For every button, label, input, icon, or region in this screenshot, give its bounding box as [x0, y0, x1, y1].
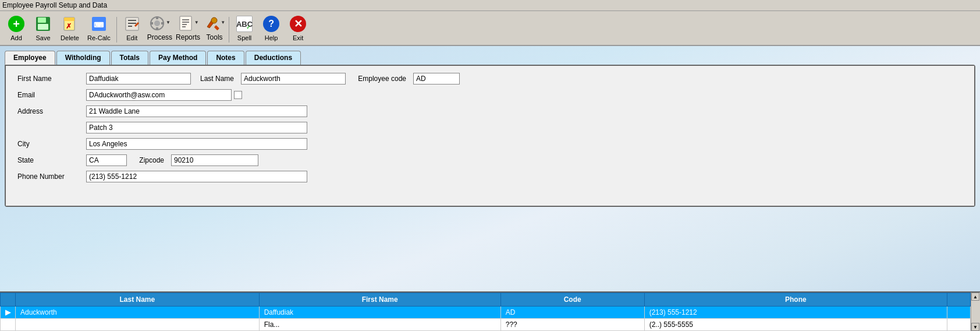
add-button[interactable]: + Add — [3, 13, 29, 43]
tab-bar: Employee Witholding Totals Pay Method No… — [5, 51, 975, 65]
add-label: Add — [10, 34, 22, 41]
scrollbar[interactable]: ▲ ▼ — [971, 293, 980, 331]
table-row[interactable]: Fla... ??? (2..) 555-5555 — [1, 319, 971, 331]
scroll-down-arrow[interactable]: ▼ — [971, 323, 979, 331]
first-name-label: First Name — [17, 75, 81, 83]
last-name-label: Last Name — [196, 75, 236, 83]
row-phone-0: (213) 555-1212 — [644, 307, 947, 319]
address-line1-input[interactable] — [86, 105, 307, 117]
phone-input[interactable] — [86, 171, 307, 182]
tools-label: Tools — [207, 33, 223, 41]
address-line2-input[interactable] — [86, 122, 307, 133]
add-icon: + — [7, 15, 26, 33]
table-header-code: Code — [500, 293, 644, 307]
svg-rect-2 — [38, 24, 48, 30]
reports-label: Reports — [176, 33, 200, 41]
tab-pay-method[interactable]: Pay Method — [150, 51, 206, 65]
table-header-firstname: First Name — [259, 293, 500, 307]
help-icon: ? — [262, 15, 280, 33]
employee-code-label: Employee code — [350, 75, 409, 83]
svg-text:⌨: ⌨ — [94, 21, 104, 29]
row-firstname-1: Fla... — [259, 319, 500, 331]
svg-point-24 — [211, 17, 217, 23]
employee-table: Last Name First Name Code Phone ▶ — [0, 293, 971, 331]
row-arrow-selected: ▶ — [1, 307, 16, 319]
svg-rect-1 — [38, 17, 46, 23]
row-arrow-1 — [1, 319, 16, 331]
address-label: Address — [17, 107, 81, 115]
table-row[interactable]: ▶ Aduckworth Daffudiak AD (213) 555-1212 — [1, 307, 971, 319]
svg-rect-17 — [150, 22, 153, 24]
svg-rect-25 — [214, 25, 219, 30]
save-button[interactable]: Save — [30, 13, 56, 43]
tab-witholding[interactable]: Witholding — [56, 51, 110, 65]
tab-notes[interactable]: Notes — [207, 51, 244, 65]
row-code-0: AD — [500, 307, 644, 319]
table-header-arrow — [1, 293, 16, 307]
zipcode-input[interactable] — [171, 154, 258, 166]
row-lastname-1 — [16, 319, 260, 331]
spell-button[interactable]: ABC ✓ Spell — [232, 13, 257, 43]
process-icon — [149, 15, 165, 33]
city-label: City — [17, 140, 81, 148]
help-label: Help — [265, 34, 278, 41]
edit-button[interactable]: Edit — [119, 13, 145, 43]
svg-rect-15 — [156, 16, 158, 19]
spell-icon: ABC ✓ — [235, 15, 254, 33]
title-bar: Employee Payroll Setup and Data — [0, 0, 980, 11]
delete-label: Delete — [61, 34, 79, 41]
save-icon — [34, 15, 52, 33]
process-label: Process — [147, 33, 172, 41]
edit-icon — [123, 15, 141, 33]
tab-employee[interactable]: Employee — [5, 51, 55, 65]
exit-label: Exit — [293, 34, 303, 41]
recalc-icon: ⌨ — [90, 15, 108, 33]
tools-button[interactable]: ▼ Tools — [203, 14, 226, 43]
save-label: Save — [35, 34, 50, 41]
last-name-input[interactable] — [241, 73, 346, 84]
tab-totals[interactable]: Totals — [111, 51, 148, 65]
table-header-phone: Phone — [644, 293, 947, 307]
table-header-extra — [947, 293, 971, 307]
email-label: Email — [17, 91, 81, 99]
exit-icon: ✕ — [289, 15, 307, 33]
svg-text:✗: ✗ — [66, 22, 72, 30]
tools-icon — [204, 15, 220, 33]
row-lastname-0: Aduckworth — [16, 307, 260, 319]
reports-icon — [177, 15, 194, 33]
scroll-up-arrow[interactable]: ▲ — [971, 293, 979, 301]
state-input[interactable] — [86, 154, 127, 166]
recalc-button[interactable]: ⌨ Re-Calc — [84, 13, 114, 43]
svg-rect-19 — [180, 16, 191, 30]
svg-rect-16 — [156, 27, 158, 30]
reports-button[interactable]: ▼ Reports — [175, 14, 201, 43]
email-checkbox[interactable] — [234, 91, 242, 99]
city-input[interactable] — [86, 138, 307, 150]
row-firstname-0: Daffudiak — [259, 307, 500, 319]
exit-button[interactable]: ✕ Exit — [285, 13, 311, 43]
table-header-lastname: Last Name — [16, 293, 260, 307]
row-extra-0 — [947, 307, 971, 319]
row-phone-1: (2..) 555-5555 — [644, 319, 947, 331]
first-name-input[interactable] — [86, 73, 191, 84]
row-code-1: ??? — [500, 319, 644, 331]
toolbar: + Add Save ✗ Delete ⌨ — [0, 11, 980, 46]
delete-icon: ✗ — [61, 15, 79, 33]
state-label: State — [17, 156, 81, 164]
employee-code-input[interactable] — [413, 73, 460, 84]
phone-label: Phone Number — [17, 172, 81, 181]
zipcode-label: Zipcode — [132, 156, 166, 164]
spell-label: Spell — [237, 34, 251, 41]
process-button[interactable]: ▼ Process — [146, 14, 173, 43]
svg-rect-4 — [64, 17, 74, 21]
edit-label: Edit — [126, 34, 137, 41]
svg-rect-18 — [161, 22, 164, 24]
svg-point-14 — [154, 20, 160, 26]
tab-deductions[interactable]: Deductions — [246, 51, 301, 65]
tab-content: First Name Last Name Employee code Email… — [5, 65, 975, 207]
recalc-label: Re-Calc — [87, 34, 111, 41]
help-button[interactable]: ? Help — [258, 13, 284, 43]
row-extra-1 — [947, 319, 971, 331]
email-input[interactable] — [86, 89, 232, 101]
delete-button[interactable]: ✗ Delete — [57, 13, 83, 43]
